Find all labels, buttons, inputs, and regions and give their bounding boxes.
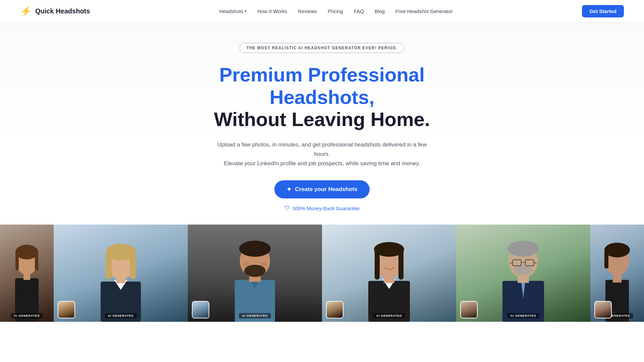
nav-how-it-works[interactable]: How It Works (257, 8, 287, 14)
logo-icon: ⚡ (20, 6, 32, 17)
photo-thumbnail-3 (192, 301, 209, 318)
hero-badge: THE MOST REALISTIC AI HEADSHOT GENERATOR… (239, 43, 405, 53)
gallery-item-4: AI GENERATED (322, 225, 456, 322)
nav-free-generator[interactable]: Free Headshot Generator (395, 8, 453, 14)
svg-point-21 (243, 262, 250, 266)
chevron-down-icon: ▾ (245, 9, 247, 13)
gallery-item-5: AI GENERATED (456, 225, 590, 322)
ai-generated-badge-5: AI GENERATED (507, 313, 539, 318)
svg-rect-4 (15, 252, 19, 270)
svg-point-14 (124, 263, 129, 266)
svg-rect-5 (35, 252, 38, 270)
person-silhouette-1 (0, 225, 54, 322)
gallery-item-1: AI GENERATED (0, 225, 54, 322)
svg-point-20 (244, 265, 266, 277)
shield-icon: 🛡 (284, 205, 290, 211)
ai-generated-badge-3: AI GENERATED (239, 313, 271, 318)
nav-headshots[interactable]: Headshots ▾ (219, 8, 247, 14)
svg-rect-11 (106, 252, 112, 279)
photo-thumbnail-4 (326, 301, 343, 318)
svg-rect-12 (130, 252, 136, 279)
ai-generated-badge-4: AI GENERATED (373, 313, 405, 318)
hero-title: Premium Professional Headshots, Without … (184, 64, 460, 131)
svg-point-19 (239, 241, 271, 257)
get-started-button[interactable]: Get Started (582, 5, 624, 17)
nav-links: Headshots ▾ How It Works Reviews Pricing… (219, 8, 453, 14)
photo-thumbnail-5 (460, 301, 478, 318)
svg-point-22 (260, 262, 267, 266)
svg-rect-29 (398, 249, 404, 280)
gallery-item-6: AI GENERATED (590, 225, 644, 322)
svg-point-13 (112, 263, 118, 266)
hero-subtitle: Upload a few photos, in minutes, and get… (215, 140, 429, 168)
nav-blog[interactable]: Blog (375, 8, 385, 14)
nav-reviews[interactable]: Reviews (298, 8, 317, 14)
svg-point-34 (508, 241, 539, 257)
hero-title-line2: Without Leaving Home. (214, 108, 430, 130)
svg-rect-28 (375, 249, 380, 280)
svg-rect-45 (604, 250, 608, 268)
photo-thumbnail-2 (58, 301, 75, 318)
guarantee-badge: 🛡 100% Money-Back Guarantee (284, 205, 360, 211)
ai-generated-badge-1: AI GENERATED (11, 313, 43, 318)
sparkle-icon: ✦ (286, 186, 291, 193)
hero-title-line1: Premium Professional Headshots, (219, 64, 425, 108)
svg-point-35 (514, 265, 533, 275)
hero-section: THE MOST REALISTIC AI HEADSHOT GENERATOR… (0, 23, 644, 225)
svg-point-3 (15, 245, 38, 259)
logo[interactable]: ⚡ Quick Headshots (20, 6, 90, 17)
ai-generated-badge-2: AI GENERATED (105, 313, 137, 318)
gallery-item-2: AI GENERATED (54, 225, 188, 322)
create-headshots-button[interactable]: ✦ Create your Headshots (274, 180, 369, 198)
navbar: ⚡ Quick Headshots Headshots ▾ How It Wor… (0, 0, 644, 23)
nav-faq[interactable]: FAQ (354, 8, 364, 14)
photo-thumbnail-6 (594, 301, 612, 318)
nav-pricing[interactable]: Pricing (328, 8, 343, 14)
gallery: AI GENERATED AI GENERATED (0, 225, 644, 322)
gallery-item-3: AI GENERATED (188, 225, 322, 322)
logo-text: Quick Headshots (35, 7, 90, 15)
